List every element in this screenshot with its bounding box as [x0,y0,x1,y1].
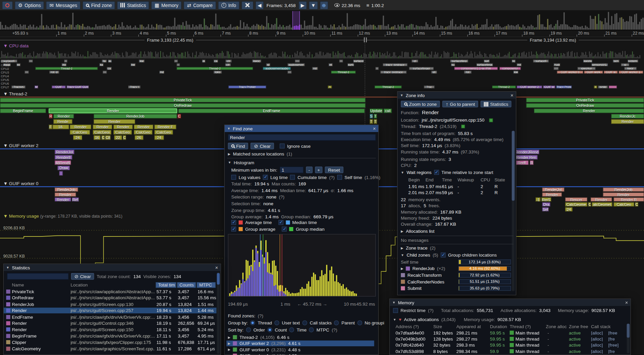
timeline-zone[interactable]: et [412,60,418,63]
timeline-zone[interactable]: Tl [374,119,377,124]
timeline-zone[interactable]: C [588,202,591,206]
timeline-zone[interactable]: fa [102,60,107,63]
timeline-zone[interactable]: alcGeomet [592,202,612,206]
memory-column-header[interactable]: Size [433,324,442,329]
filter-zones-input[interactable] [7,273,69,280]
timeline-zone[interactable]: C [101,135,105,140]
prev-frame-button[interactable]: ◀ [255,1,263,9]
radio-time[interactable] [289,327,294,332]
find-button[interactable]: Find [228,143,248,149]
timeline-zone[interactable]: Update [370,108,383,113]
collapse-icon[interactable]: ▼ [400,93,404,97]
thread-color-button[interactable] [461,124,465,128]
memory-scrollbar[interactable] [627,324,630,353]
timeline-zone[interactable]: RenderJol [55,150,74,154]
child-zone-row[interactable]: RecalcTransform [401,273,442,278]
timeline-zone[interactable]: RenderJob [55,187,78,191]
timeline-zone[interactable]: kw [139,60,145,63]
memory-column-header[interactable]: Appeared at [456,324,481,329]
help-icon[interactable]: (?) [258,313,263,318]
timeline-zone[interactable]: PrivateTick [526,98,644,102]
timeline-zone[interactable]: tracy_systrace [380,71,407,74]
statistics-scrollbar[interactable] [217,272,220,354]
timeline-zone[interactable] [24,71,29,74]
timeline-zone[interactable]: Render [53,114,74,118]
column-header-total-time[interactable]: Total tim [156,282,176,288]
timeline-zone[interactable]: composer@ [499,67,521,70]
timeline-zone[interactable]: CalcGeo [70,130,90,134]
timeline-zone[interactable]: RenderJc [611,114,644,118]
timeline-zone[interactable]: I [594,86,597,89]
timeline-zone[interactable]: Trac [424,86,435,89]
alloc-callstack-link[interactable]: [alloc] [591,330,603,335]
statistics-table-row[interactable]: CalcGeometryjni/../jni/src/claw/graphics… [4,346,216,351]
timeline-zone[interactable]: Render [611,119,644,124]
timeline-zone[interactable]: no [512,60,516,63]
timeline-zone[interactable]: composer@2.1-se [RW [454,67,498,70]
timeline-zone[interactable]: BeginFrame [0,108,46,113]
min-bin-increment-button[interactable]: + [315,167,323,173]
timeline-zone[interactable]: kw [130,63,136,66]
timeline-zone[interactable]: system_s [628,60,638,63]
timeline-zone[interactable]: Thread-2 [35,67,98,70]
timeline-zone[interactable]: syste [598,86,608,89]
column-header-name[interactable]: Name [12,282,24,287]
timeline-zone[interactable]: Render [603,192,644,196]
alloc-callstack-link[interactable]: [alloc] [591,349,603,354]
timeline-zone[interactable]: iq [621,63,629,66]
timeline-zone[interactable]: Tracy Profiler [556,86,572,89]
timeline-zone[interactable]: Render F [154,125,176,129]
child-zone-row[interactable]: Submit [401,286,422,291]
timeline-zone[interactable]: et [431,71,437,74]
timeline-zone[interactable] [339,60,343,63]
child-zone-row[interactable]: ▶RenderJob(×2) [401,266,445,271]
collapse-icon[interactable]: ▼ [393,318,396,321]
close-icon[interactable]: × [373,126,376,131]
min-bin-decrement-button[interactable]: - [306,167,312,173]
free-callstack-link[interactable]: [fre [608,349,614,354]
timeline-zone[interactable]: surfaceflinger [476,63,493,66]
timeline-zone[interactable]: T [374,114,377,118]
matched-locations-header[interactable]: ▶ Matched source locations (1) [228,151,292,157]
timeline-zone[interactable]: Thread-2 [492,86,516,89]
timeline-zone[interactable]: 26 [135,135,144,140]
timeline-zone[interactable]: id [266,63,270,66]
memory-column-header[interactable]: Zone free [569,324,588,329]
timeline-zone[interactable]: R [49,114,53,118]
toolbar-button-power[interactable] [2,1,13,9]
timeline-zone[interactable]: call [384,108,392,113]
timeline-zone[interactable]: kwoc [252,60,261,63]
timeline-zone[interactable]: RerS [541,197,551,202]
timeline-zone[interactable]: Thread-2 [177,67,253,70]
wait-column-header[interactable]: CPU [481,177,490,182]
wait-column-header[interactable]: End [426,177,434,182]
close-icon[interactable]: × [215,265,218,270]
found-zone-group[interactable]: ▶GUIF worker 1(3,192)4.39 s [226,353,374,355]
timeline-zone[interactable] [375,67,379,70]
timeline-zone[interactable]: irq [62,63,67,66]
timeline-zone[interactable] [177,63,180,66]
wait-column-header[interactable]: Begin [408,177,420,182]
child-zone-row[interactable]: Self time [401,260,418,265]
cpu-data-header[interactable]: ▼ CPU data [3,43,29,48]
frame-label[interactable]: Frame 3,193 (22.45 ms) [145,37,196,42]
histogram-header[interactable]: ▼ Histogram [228,160,254,165]
memory-column-header[interactable]: Duration [490,324,507,329]
ignore-case-checkbox[interactable] [280,143,285,148]
timeline-zone[interactable] [554,67,559,70]
wait-column-header[interactable]: Wakeup [458,177,474,182]
toolbar-button-find-zone[interactable]: Find zone [83,1,115,9]
timeline-zone[interactable]: Render [93,125,112,129]
auto-zoom-button[interactable]: ⊕ [320,1,328,9]
close-icon[interactable]: × [511,93,514,98]
legend-checkbox[interactable] [282,227,287,232]
timeline-zone[interactable]: iqworker [578,67,596,70]
timeline-zone[interactable]: 18. [53,125,69,129]
timeline-zone[interactable]: Tracy GUIF GUIF wor [66,86,89,89]
timeline-zone[interactable]: surfac [484,60,489,63]
open-source-button[interactable] [489,118,493,122]
radio-no-groupi[interactable] [357,320,362,325]
scrollbar-thumb[interactable] [627,324,630,338]
timeline-zone[interactable]: Rerff [515,161,529,165]
timeline-zone[interactable]: fot [464,71,472,74]
